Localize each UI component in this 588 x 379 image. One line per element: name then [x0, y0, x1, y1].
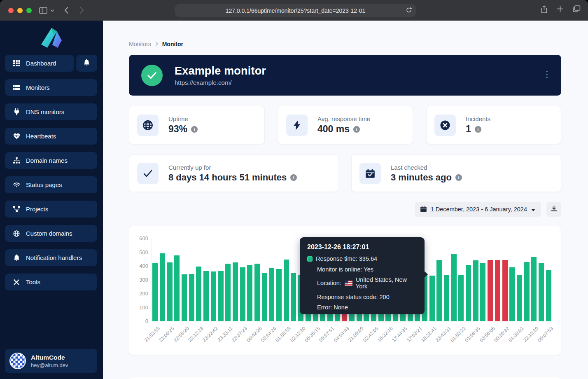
avg-response-card: Avg. response time 400 ms i: [278, 106, 413, 144]
chart-bar[interactable]: [233, 262, 238, 321]
chart-bar[interactable]: [495, 260, 500, 321]
monitor-title: Example monitor: [175, 65, 266, 77]
tooltip-error: Error: None: [317, 304, 348, 311]
info-icon[interactable]: i: [455, 174, 462, 181]
sidebar-item-heartbeats[interactable]: Heartbeats: [5, 128, 97, 145]
chart-bar[interactable]: [269, 268, 274, 321]
chart-bar[interactable]: [436, 260, 442, 321]
sidebar-item-label: Domain names: [26, 157, 68, 164]
tab-overview-icon[interactable]: [573, 5, 581, 15]
y-axis-tick-label: 500: [132, 249, 148, 255]
last-checked-card: Last checked 3 minutes ago i: [351, 154, 561, 192]
chart-bar[interactable]: [196, 267, 201, 321]
kebab-menu-icon[interactable]: ⋮: [543, 70, 551, 78]
reload-icon[interactable]: [406, 7, 412, 14]
sidebar-item-dashboard[interactable]: Dashboard: [5, 55, 74, 72]
chart-bar[interactable]: [458, 275, 464, 321]
chart-bar[interactable]: [189, 274, 194, 321]
traffic-lights: [8, 8, 32, 13]
sidebar-item-custom-domains[interactable]: Custom domains: [5, 225, 97, 242]
tooltip-title: 2023-12-26 18:27:01: [307, 243, 417, 251]
close-window-button[interactable]: [8, 8, 14, 13]
heart-pulse-icon: [13, 133, 20, 140]
chart-bar[interactable]: [182, 274, 187, 321]
chart-bar[interactable]: [473, 260, 478, 321]
info-icon[interactable]: i: [353, 126, 360, 133]
chart-bar[interactable]: [291, 273, 296, 321]
chart-bar[interactable]: [509, 267, 515, 321]
y-axis-line: [152, 238, 152, 321]
notifications-bell-button[interactable]: [76, 55, 97, 72]
chart-bar[interactable]: [444, 275, 449, 321]
y-axis-tick-label: 300: [132, 277, 148, 283]
chart-bar[interactable]: [466, 265, 471, 321]
user-account-card[interactable]: AltumCode hey@altum.dev: [5, 349, 97, 373]
forward-button[interactable]: [79, 7, 84, 14]
monitor-header-card: Example monitor https://example.com/ ⋮: [129, 55, 561, 96]
chart-bar[interactable]: [276, 269, 282, 321]
sidebar-item-projects[interactable]: Projects: [5, 201, 97, 218]
url-text: 127.0.0.1/66uptime/monitor/25?start_date…: [226, 7, 366, 14]
info-icon[interactable]: i: [475, 126, 481, 133]
chart-bar[interactable]: [451, 254, 457, 321]
sidebar: Dashboard Monitors: [0, 21, 103, 379]
back-button[interactable]: [64, 7, 69, 14]
chart-bar[interactable]: [502, 260, 508, 321]
chart-bar[interactable]: [152, 263, 158, 321]
stat-label: Avg. response time: [317, 115, 370, 122]
chart-bar[interactable]: [262, 273, 267, 321]
new-tab-icon[interactable]: [557, 5, 564, 15]
chart-bar[interactable]: [211, 271, 216, 321]
calendar-check-icon: [359, 163, 381, 184]
uptime-card: Uptime 93% i: [129, 106, 265, 144]
sidebar-item-domain-names[interactable]: Domain names: [5, 152, 97, 169]
info-icon[interactable]: i: [290, 174, 297, 181]
response-time-chart: 010020030040050060021:53:5321:00:2522:55…: [129, 226, 561, 355]
chevron-down-icon[interactable]: [50, 9, 54, 12]
sidebar-item-status-pages[interactable]: Status pages: [5, 176, 97, 193]
sidebar-item-monitors[interactable]: Monitors: [5, 79, 97, 96]
status-up-icon: [141, 65, 163, 86]
chart-bar[interactable]: [539, 263, 544, 321]
sidebar-toggle-icon[interactable]: [39, 7, 47, 14]
download-icon: [551, 206, 557, 213]
chart-tooltip: 2023-12-26 18:27:01 Response time: 335.6…: [300, 237, 425, 314]
breadcrumb-monitors-link[interactable]: Monitors: [129, 41, 151, 47]
chart-bar[interactable]: [247, 265, 252, 321]
chart-bar[interactable]: [218, 271, 224, 321]
sidebar-item-label: Heartbeats: [26, 133, 56, 140]
chart-bar[interactable]: [517, 275, 522, 321]
sidebar-item-tools[interactable]: Tools: [5, 274, 97, 290]
chart-bar[interactable]: [488, 260, 493, 321]
chart-bar[interactable]: [240, 267, 245, 321]
chart-bar[interactable]: [531, 257, 537, 321]
bolt-icon: [286, 115, 308, 136]
chart-bar[interactable]: [203, 271, 209, 321]
info-icon[interactable]: i: [191, 126, 198, 133]
sidebar-item-notification-handlers[interactable]: Notification handlers: [5, 249, 97, 266]
chart-bar[interactable]: [160, 253, 165, 321]
share-icon[interactable]: [541, 5, 548, 15]
chart-bar[interactable]: [254, 264, 260, 321]
chart-bar[interactable]: [167, 262, 173, 321]
sidebar-item-dns-monitors[interactable]: DNS monitors: [5, 103, 97, 120]
y-axis-tick-label: 600: [132, 235, 148, 241]
chart-bar[interactable]: [429, 276, 435, 321]
tooltip-online: Monitor is online: Yes: [317, 266, 373, 273]
address-bar[interactable]: 127.0.0.1/66uptime/monitor/25?start_date…: [175, 4, 416, 17]
stat-value: 8 days 14 hours 51 minutes: [168, 172, 287, 183]
chart-bar[interactable]: [284, 260, 289, 321]
minimize-window-button[interactable]: [17, 8, 23, 13]
chart-bar[interactable]: [480, 263, 485, 321]
currently-up-card: Currently up for 8 days 14 hours 51 minu…: [129, 154, 339, 192]
chart-bar[interactable]: [225, 264, 231, 321]
bell-icon: [13, 254, 20, 262]
y-axis-tick-label: 400: [132, 263, 148, 269]
check-icon: [137, 163, 159, 184]
download-button[interactable]: [546, 202, 561, 217]
chart-bar[interactable]: [174, 255, 180, 321]
chart-bar[interactable]: [546, 270, 551, 321]
date-range-picker[interactable]: 1 December, 2023 - 6 January, 2024: [415, 202, 541, 217]
zoom-window-button[interactable]: [26, 8, 32, 13]
chart-bar[interactable]: [524, 262, 530, 321]
